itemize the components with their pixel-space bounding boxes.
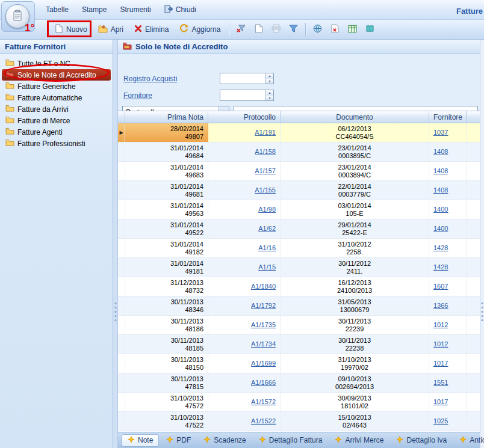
table-row[interactable]: 31/10/201347522 A1/1522 15/10/201302/464…: [118, 412, 480, 431]
table-row[interactable]: 31/01/201449683 A1/157 23/01/20140003894…: [118, 162, 480, 181]
table-row[interactable]: 28/02/201449807 A1/191 06/12/2013CC46405…: [118, 123, 480, 143]
cell-protocollo: A1/98: [208, 200, 281, 219]
export-document-button[interactable]: [327, 22, 343, 37]
menu-chiudi[interactable]: Chiudi: [158, 3, 202, 17]
fornitore-link[interactable]: 1408: [433, 186, 448, 194]
bottom-tab[interactable]: Dettaglio Iva: [391, 434, 452, 447]
bottom-tab[interactable]: Dettaglio Fattura: [253, 434, 328, 447]
book-button[interactable]: [362, 22, 378, 37]
sidebar-item[interactable]: Fatture Generiche: [2, 81, 111, 92]
fornitore-link[interactable]: 1366: [433, 302, 448, 310]
protocollo-link[interactable]: A1/1840: [251, 283, 276, 290]
protocollo-link[interactable]: A1/15: [258, 263, 276, 271]
fornitore-link[interactable]: 1017: [433, 360, 448, 367]
protocollo-link[interactable]: A1/1735: [251, 321, 276, 329]
filter-button[interactable]: [285, 22, 302, 37]
protocollo-link[interactable]: A1/1699: [251, 360, 276, 367]
menu-tabelle[interactable]: Tabelle: [40, 4, 75, 16]
protocollo-link[interactable]: A1/98: [258, 206, 276, 213]
protocollo-link[interactable]: A1/62: [258, 225, 276, 233]
fornitore-link[interactable]: 1551: [433, 379, 448, 387]
bottom-tab[interactable]: Arrivi Merce: [329, 434, 389, 447]
spin-down-icon[interactable]: [266, 96, 273, 101]
fornitore-link[interactable]: 1012: [433, 321, 448, 329]
cell-protocollo: A1/16: [208, 239, 281, 257]
fornitore-link[interactable]: 1607: [433, 283, 448, 290]
table-row[interactable]: 31/01/201449684 A1/158 23/01/20140003895…: [118, 143, 480, 162]
table-row[interactable]: 31/01/201449681 A1/155 22/01/20140003779…: [118, 181, 480, 200]
column-header-fornitore[interactable]: Fornitore: [429, 111, 467, 123]
protocollo-link[interactable]: A1/155: [255, 186, 276, 194]
spin-down-icon[interactable]: [266, 79, 273, 84]
protocollo-link[interactable]: A1/1792: [251, 302, 276, 310]
protocollo-link[interactable]: A1/191: [255, 129, 276, 137]
sidebar-item[interactable]: Fatture Professionisti: [2, 138, 111, 149]
right-splitter[interactable]: [480, 40, 484, 448]
elimina-button[interactable]: Elimina: [129, 22, 173, 37]
sidebar-item[interactable]: Fatture da Arrivi: [2, 103, 111, 115]
table-row[interactable]: 31/10/201347572 A1/1572 30/09/201318101/…: [118, 393, 480, 412]
cell-documento: 09/10/2013002694/2013: [281, 373, 429, 392]
nuovo-button[interactable]: Nuovo: [49, 22, 92, 37]
spin-up-icon[interactable]: [266, 73, 273, 79]
web-button[interactable]: [309, 22, 326, 37]
sidebar-item[interactable]: Fatture Agenti: [2, 126, 111, 138]
bottom-tab[interactable]: Anticipi: [454, 434, 484, 447]
registro-acquisti-link[interactable]: Registro Acquisti: [123, 75, 177, 83]
table-view-button[interactable]: [344, 22, 361, 37]
table-row[interactable]: 30/11/201348346 A1/1792 31/05/2013130006…: [118, 296, 480, 316]
protocollo-link[interactable]: A1/1666: [251, 379, 276, 387]
vertical-splitter[interactable]: [113, 40, 118, 448]
fornitore-input[interactable]: [220, 90, 265, 100]
fornitore-link[interactable]: Fornitore: [123, 91, 152, 100]
bottom-tab[interactable]: Scadenze: [198, 434, 251, 447]
sidebar-item[interactable]: Fatture di Merce: [2, 115, 111, 126]
new-blank-document-button[interactable]: [250, 22, 267, 37]
table-row[interactable]: 31/12/201348732 A1/1840 16/12/201324100/…: [118, 277, 480, 296]
table-row[interactable]: 30/11/201348150 A1/1699 31/10/201319970/…: [118, 354, 480, 373]
protocollo-link[interactable]: A1/1734: [251, 340, 276, 348]
fornitore-link[interactable]: 1428: [433, 263, 448, 271]
protocollo-link[interactable]: A1/158: [255, 148, 276, 156]
fornitore-link[interactable]: 1428: [433, 244, 448, 252]
column-header-protocollo[interactable]: Protocollo: [208, 111, 281, 123]
table-row[interactable]: 30/11/201347815 A1/1666 09/10/2013002694…: [118, 373, 480, 393]
cell-filler: [467, 181, 480, 200]
fornitore-link[interactable]: 1400: [433, 206, 448, 213]
table-row[interactable]: 31/01/201449182 A1/16 31/10/20122258. 14…: [118, 239, 480, 258]
table-row[interactable]: 31/01/201449563 A1/98 03/01/2014105-E 14…: [118, 200, 480, 219]
clear-filter-button[interactable]: [233, 22, 249, 37]
bottom-tab[interactable]: PDF: [161, 434, 196, 447]
menu-stampe[interactable]: Stampe: [76, 4, 113, 16]
table-row[interactable]: 30/11/201348185 A1/1734 30/11/201322238 …: [118, 335, 480, 354]
protocollo-link[interactable]: A1/16: [258, 244, 276, 252]
aggiorna-button[interactable]: Aggiorna: [175, 22, 225, 37]
registro-acquisti-input[interactable]: [220, 73, 265, 84]
fornitore-link[interactable]: 1400: [433, 225, 448, 233]
table-row[interactable]: 31/01/201449522 A1/62 29/01/201425422-E …: [118, 219, 480, 239]
cell-protocollo: A1/1699: [208, 354, 281, 373]
menu-strumenti[interactable]: Strumenti: [114, 4, 157, 16]
table-row[interactable]: 30/11/201348186 A1/1735 30/11/201322239 …: [118, 316, 480, 335]
protocollo-link[interactable]: A1/157: [255, 167, 276, 175]
cell-prima-nota: 31/01/201449683: [125, 162, 208, 180]
fornitore-link[interactable]: 1408: [433, 148, 448, 156]
fornitore-link[interactable]: 1017: [433, 398, 448, 406]
apri-button[interactable]: Apri: [93, 22, 128, 37]
protocollo-link[interactable]: A1/1522: [251, 417, 276, 425]
cell-protocollo: A1/15: [208, 258, 281, 277]
protocollo-link[interactable]: A1/1572: [251, 398, 276, 406]
bottom-tab[interactable]: Note: [122, 434, 159, 447]
fornitore-link[interactable]: 1012: [433, 340, 448, 348]
table-row[interactable]: 31/01/201449181 A1/15 30/11/20122411. 14…: [118, 258, 480, 277]
fornitore-link[interactable]: 1025: [433, 417, 448, 425]
spin-up-icon[interactable]: [266, 90, 273, 96]
sidebar-item[interactable]: Fatture Automatiche: [2, 92, 111, 103]
fornitore-link[interactable]: 1037: [433, 129, 448, 137]
print-button[interactable]: [268, 22, 284, 37]
fornitore-link[interactable]: 1408: [433, 167, 448, 175]
sidebar-item[interactable]: Solo le Note di Accredito: [2, 69, 111, 81]
column-header-documento[interactable]: Documento: [281, 111, 429, 123]
column-header-prima-nota[interactable]: Prima Nota: [125, 111, 208, 123]
sidebar-item[interactable]: Tutte le FT e NC: [2, 58, 111, 69]
